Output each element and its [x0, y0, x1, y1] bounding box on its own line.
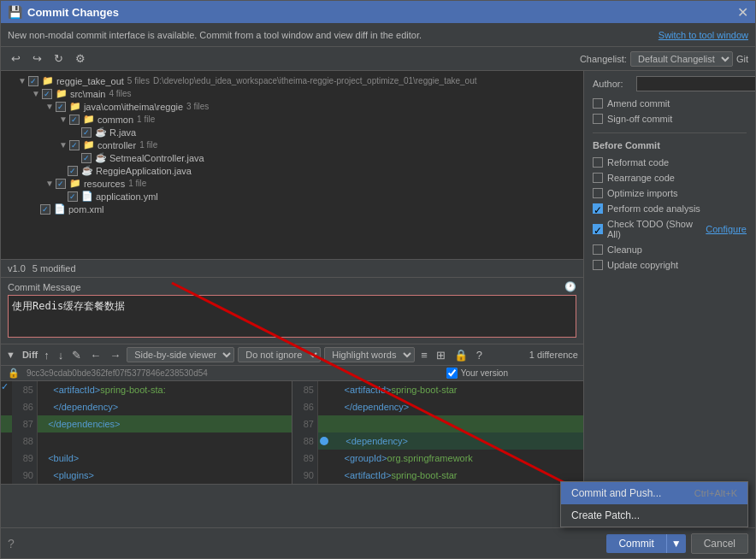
- diff-right-line-1: 85 <artifactId>spring-boot-star: [292, 381, 583, 398]
- checkbox-7[interactable]: ✓: [68, 166, 78, 176]
- diff-checkmark-2: ✓: [1, 398, 9, 415]
- create-patch-item[interactable]: Create Patch...: [561, 504, 747, 527]
- checkbox-8[interactable]: ✓: [56, 179, 66, 189]
- cleanup-label: Cleanup: [607, 244, 642, 255]
- tree-text-1: src\main: [70, 89, 106, 99]
- diff-down-btn[interactable]: ↓: [56, 348, 67, 362]
- changelist-select[interactable]: Default Changelist: [630, 51, 733, 67]
- help-icon[interactable]: ?: [8, 537, 15, 550]
- checktodo-checkbox[interactable]: ✓: [593, 224, 603, 234]
- commit-message-input[interactable]: [8, 295, 576, 338]
- diff-scrollbar[interactable]: [1, 484, 583, 491]
- commit-message-section: Commit Message 🕐: [1, 278, 583, 344]
- refresh-button[interactable]: ↻: [50, 50, 67, 67]
- window-title: Commit Changes: [27, 6, 119, 19]
- amend-checkbox[interactable]: [593, 98, 603, 109]
- diff-left-line-5: ✓ 89 <build>: [1, 450, 292, 467]
- tree-item-common[interactable]: ▼ ✓ 📁 common 1 file: [1, 113, 583, 126]
- checkbox-6[interactable]: ✓: [81, 153, 92, 163]
- tree-count-0: 5 files: [127, 76, 150, 85]
- diff-help-btn[interactable]: ?: [474, 348, 485, 362]
- author-input[interactable]: [636, 76, 755, 91]
- tree-item-setmeal[interactable]: ▶ ✓ ☕ SetmealController.java: [1, 151, 583, 164]
- author-field: Author:: [593, 76, 747, 91]
- info-bar: New non-modal commit interface is availa…: [1, 23, 755, 47]
- tree-item-application-yml[interactable]: ▶ ✓ 📄 application.yml: [1, 190, 583, 203]
- tree-count-8: 1 file: [128, 179, 146, 188]
- tree-item-src-main[interactable]: ▼ ✓ 📁 src\main 4 files: [1, 87, 583, 100]
- tree-item-reggie-app[interactable]: ▶ ✓ ☕ ReggieApplication.java: [1, 164, 583, 177]
- checkbox-1[interactable]: ✓: [42, 89, 52, 99]
- tree-item-pom-xml[interactable]: ▶ ✓ 📄 pom.xml: [1, 203, 583, 215]
- diff-right-content-3: [318, 415, 583, 432]
- tree-item-r-java[interactable]: ▶ ✓ ☕ R.java: [1, 126, 583, 138]
- tree-count-5: 1 file: [139, 140, 157, 150]
- checkbox-9[interactable]: ✓: [68, 191, 78, 202]
- tree-item-reggie_take_out[interactable]: ▼ ✓ 📁 reggie_take_out 5 files D:\develop…: [1, 74, 583, 87]
- title-icon: 💾: [8, 5, 22, 19]
- diff-right-num-5: 89: [292, 450, 318, 467]
- copyright-label: Update copyright: [607, 260, 678, 270]
- checkbox-10[interactable]: ✓: [40, 204, 50, 215]
- configure-link[interactable]: Configure: [706, 224, 747, 234]
- reformat-label: Reformat code: [607, 157, 669, 168]
- diff-edit-btn[interactable]: ✎: [69, 348, 84, 362]
- file-tree[interactable]: ▼ ✓ 📁 reggie_take_out 5 files D:\develop…: [1, 71, 583, 259]
- checkbox-0[interactable]: ✓: [28, 76, 38, 86]
- tree-item-resources[interactable]: ▼ ✓ 📁 resources 1 file: [1, 177, 583, 190]
- diff-highlight-select[interactable]: Highlight words: [324, 347, 415, 362]
- diff-lock-icon: 🔒: [8, 368, 20, 379]
- arrow-8[interactable]: ▼: [45, 179, 54, 188]
- diff-lock-btn[interactable]: 🔒: [452, 348, 470, 362]
- switch-to-tool-window-link[interactable]: Switch to tool window: [659, 30, 748, 40]
- checkbox-2[interactable]: ✓: [56, 102, 66, 112]
- tree-item-controller[interactable]: ▼ ✓ 📁 controller 1 file: [1, 138, 583, 151]
- copyright-checkbox[interactable]: [593, 260, 603, 270]
- undo-button[interactable]: ↩: [8, 50, 24, 67]
- diff-fwd-btn[interactable]: →: [107, 348, 123, 362]
- diff-right-content-5: <groupId>org.springframework: [318, 450, 583, 467]
- diff-left-line-1: ✓ 85 <artifactId>spring-boot-sta:: [1, 381, 292, 398]
- checkbox-3[interactable]: ✓: [69, 115, 80, 125]
- cancel-button[interactable]: Cancel: [691, 533, 748, 554]
- diff-back-btn[interactable]: ←: [87, 348, 103, 362]
- optimize-checkbox[interactable]: [593, 188, 603, 198]
- perform-checkbox[interactable]: ✓: [593, 203, 603, 214]
- arrow-2[interactable]: ▼: [45, 102, 54, 111]
- settings-button[interactable]: ⚙: [72, 50, 89, 67]
- reformat-checkbox[interactable]: [593, 157, 603, 168]
- arrow-3[interactable]: ▼: [59, 115, 68, 124]
- arrow-0[interactable]: ▼: [18, 76, 27, 85]
- commit-and-push-label: Commit and Push...: [571, 487, 661, 499]
- your-version-checkbox[interactable]: [446, 368, 458, 379]
- folder-icon-0: 📁: [42, 75, 54, 86]
- tree-item-java[interactable]: ▼ ✓ 📁 java\com\itheima\reggie 3 files: [1, 100, 583, 113]
- commit-button[interactable]: Commit: [606, 534, 665, 553]
- checkbox-5[interactable]: ✓: [69, 140, 80, 150]
- cleanup-checkbox[interactable]: [593, 244, 603, 255]
- diff-viewer-select[interactable]: Side-by-side viewer: [127, 347, 234, 362]
- tree-text-0: reggie_take_out: [56, 76, 124, 86]
- signoff-checkbox[interactable]: [593, 114, 603, 124]
- diff-up-btn[interactable]: ↑: [41, 348, 52, 362]
- diff-ignore-select[interactable]: Do not ignore: [238, 347, 321, 362]
- arrow-5[interactable]: ▼: [59, 140, 68, 150]
- diff-right-content-6: <artifactId>spring-boot-star: [318, 467, 583, 484]
- diff-left-num-5: 89: [12, 450, 38, 467]
- commit-and-push-item[interactable]: Commit and Push... Ctrl+Alt+K: [561, 482, 747, 504]
- diff-content: ✓ 85 <artifactId>spring-boot-sta: ✓ 86 <…: [1, 381, 583, 484]
- diff-collapse-arrow[interactable]: ▼: [6, 350, 15, 360]
- optimize-row: Optimize imports: [593, 188, 747, 198]
- rearrange-checkbox[interactable]: [593, 173, 603, 183]
- diff-right-num-3: 87: [292, 415, 318, 432]
- diff-icon2-btn[interactable]: ⊞: [434, 348, 448, 362]
- arrow-1[interactable]: ▼: [32, 89, 40, 98]
- tree-text-10: pom.xml: [68, 204, 104, 215]
- checkbox-4[interactable]: ✓: [81, 127, 92, 138]
- diff-icon1-btn[interactable]: ≡: [418, 348, 430, 362]
- close-button[interactable]: ✕: [737, 4, 748, 21]
- redo-button[interactable]: ↪: [29, 50, 45, 67]
- your-version-label: Your version: [461, 368, 508, 378]
- commit-dropdown-arrow[interactable]: ▼: [666, 534, 686, 553]
- diff-left-content-2: </dependency>: [38, 398, 292, 415]
